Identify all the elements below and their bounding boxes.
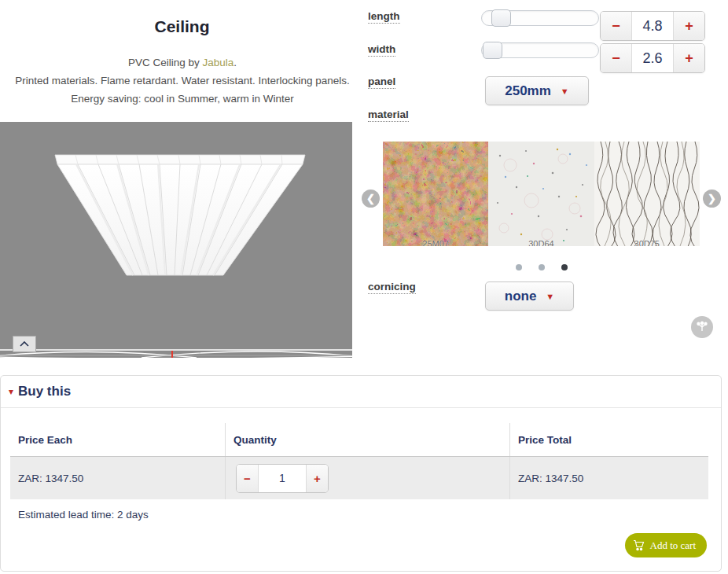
quantity-value: 1 bbox=[258, 465, 307, 492]
width-label: width bbox=[368, 43, 395, 57]
carousel-dot-1[interactable] bbox=[516, 264, 522, 270]
cornicing-selected-value: none bbox=[505, 289, 537, 304]
length-stepper: − 4.8 + bbox=[600, 11, 705, 41]
add-to-cart-button[interactable]: Add to cart bbox=[625, 533, 707, 557]
quantity-header: Quantity bbox=[225, 423, 509, 456]
caret-down-icon: ▼ bbox=[546, 292, 554, 301]
preview-expand-button[interactable] bbox=[13, 336, 36, 352]
material-swatch-30D64[interactable]: 30D64 bbox=[488, 142, 594, 246]
width-increase-button[interactable]: + bbox=[674, 44, 704, 72]
length-slider-thumb[interactable] bbox=[491, 9, 511, 27]
material-swatch-30D75[interactable]: 30D75 bbox=[594, 142, 700, 246]
price-total-value: ZAR: 1347.50 bbox=[509, 457, 708, 499]
quantity-stepper: − 1 + bbox=[236, 464, 329, 493]
length-value: 4.8 bbox=[631, 12, 674, 40]
buy-this-title: Buy this bbox=[18, 384, 71, 399]
ceiling-3d-preview[interactable] bbox=[0, 122, 352, 358]
length-decrease-button[interactable]: − bbox=[601, 12, 631, 40]
carousel-prev-button[interactable]: ❮ bbox=[362, 189, 380, 208]
swatch-code: 30D64 bbox=[488, 239, 594, 246]
cornicing-label: cornicing bbox=[368, 281, 416, 294]
carousel-dot-2[interactable] bbox=[539, 264, 545, 270]
panel-label: panel bbox=[368, 75, 395, 89]
swatch-code: 25M07 bbox=[383, 239, 488, 246]
panel-selected-value: 250mm bbox=[505, 83, 551, 99]
description-body: Printed materials. Flame retardant. Wate… bbox=[15, 75, 350, 105]
width-slider[interactable] bbox=[481, 42, 599, 58]
quantity-decrease-button[interactable]: − bbox=[237, 465, 258, 492]
ceiling-3d-render bbox=[0, 122, 352, 358]
price-each-value: ZAR: 1347.50 bbox=[10, 457, 225, 499]
share-button[interactable] bbox=[691, 316, 713, 338]
buy-this-header[interactable]: ▾ Buy this bbox=[1, 376, 721, 408]
price-table: Price Each Quantity Price Total ZAR: 134… bbox=[10, 423, 708, 499]
sparkle-texture bbox=[488, 142, 594, 246]
swatch-code: 30D75 bbox=[594, 239, 700, 246]
page-title: Ceiling bbox=[0, 17, 364, 36]
product-configurator-page: Ceiling PVC Ceiling by Jabula. Printed m… bbox=[0, 0, 728, 574]
price-total-header: Price Total bbox=[509, 423, 708, 456]
width-decrease-button[interactable]: − bbox=[601, 44, 631, 72]
width-stepper: − 2.6 + bbox=[600, 43, 705, 73]
add-to-cart-label: Add to cart bbox=[650, 539, 696, 552]
quantity-cell: − 1 + bbox=[225, 457, 509, 499]
caret-down-icon: ▾ bbox=[9, 386, 13, 397]
lead-time-text: Estimated lead time: 2 days bbox=[18, 509, 149, 521]
length-slider[interactable] bbox=[481, 10, 599, 26]
panel-dropdown[interactable]: 250mm ▼ bbox=[485, 76, 589, 105]
product-description: PVC Ceiling by Jabula. Printed materials… bbox=[9, 53, 355, 108]
cornicing-dropdown[interactable]: none ▼ bbox=[485, 281, 574, 311]
width-value: 2.6 bbox=[631, 44, 674, 72]
length-label: length bbox=[368, 10, 400, 24]
granite-texture bbox=[383, 142, 488, 246]
wavy-lines-texture bbox=[594, 142, 700, 246]
price-table-header-row: Price Each Quantity Price Total bbox=[10, 423, 708, 457]
price-each-header: Price Each bbox=[10, 423, 225, 456]
length-increase-button[interactable]: + bbox=[674, 12, 704, 40]
carousel-next-button[interactable]: ❯ bbox=[703, 189, 721, 208]
chevron-right-icon: ❯ bbox=[708, 193, 716, 204]
quantity-increase-button[interactable]: + bbox=[307, 465, 328, 492]
material-label: material bbox=[368, 109, 409, 122]
description-intro: PVC Ceiling by bbox=[128, 57, 203, 68]
carousel-pagination bbox=[383, 264, 700, 270]
description-period: . bbox=[233, 57, 237, 68]
caret-down-icon: ▼ bbox=[561, 86, 569, 96]
buy-this-panel: ▾ Buy this Price Each Quantity Price Tot… bbox=[0, 375, 722, 572]
chevron-up-icon bbox=[20, 341, 29, 347]
carousel-dot-3[interactable] bbox=[561, 264, 568, 270]
share-icon bbox=[696, 321, 708, 333]
brand-link[interactable]: Jabula bbox=[202, 57, 233, 68]
price-table-row: ZAR: 1347.50 − 1 + ZAR: 1347.50 bbox=[10, 457, 708, 499]
material-swatch-25M07[interactable]: 25M07 bbox=[383, 142, 488, 246]
width-slider-thumb[interactable] bbox=[483, 42, 502, 59]
chevron-left-icon: ❮ bbox=[366, 193, 375, 204]
material-carousel: 25M07 30D64 bbox=[383, 142, 700, 246]
cart-icon bbox=[633, 539, 645, 551]
